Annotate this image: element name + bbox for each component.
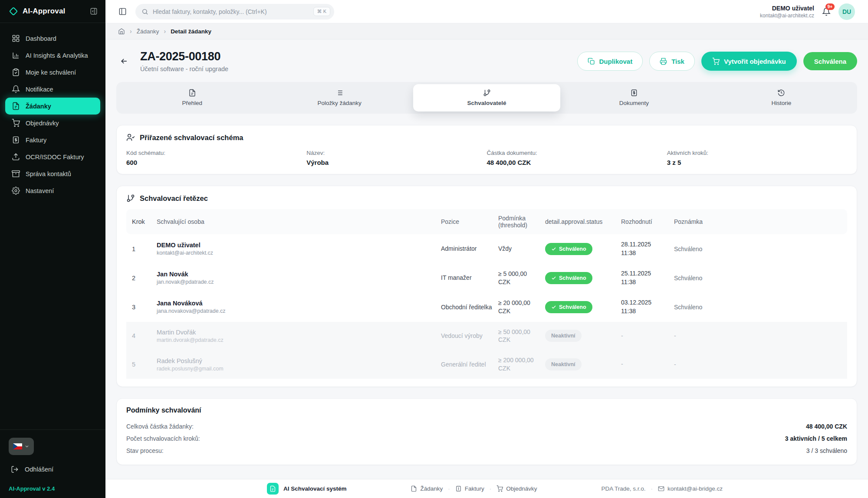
- footer-company: PDA Trade, s.r.o.: [601, 485, 645, 492]
- chevron-down-icon: [24, 444, 30, 449]
- arrow-left-icon: [120, 57, 128, 66]
- sidebar-item-moje-ke-schvaleni[interactable]: Moje ke schválení: [5, 64, 100, 81]
- tab-dokumenty[interactable]: Dokumenty: [560, 84, 707, 111]
- col-header: Poznámka: [674, 218, 847, 225]
- sidebar-item-sprava-kontaktu[interactable]: Správa kontaktů: [5, 165, 100, 182]
- schema-field: Název: Výroba: [306, 150, 487, 166]
- tab-schvalovatele[interactable]: Schvalovatelé: [413, 84, 560, 111]
- col-header: Podmínka (threshold): [498, 215, 545, 229]
- tab-historie[interactable]: Historie: [708, 84, 855, 111]
- approver-cell: Jan Novák jan.novak@pdatrade.cz: [157, 271, 441, 285]
- invoice-icon: [630, 89, 638, 97]
- status-cell: Neaktivní: [545, 330, 621, 342]
- approved-pill: Schváleno: [545, 243, 592, 255]
- dot-separator: ·: [490, 485, 492, 492]
- search-icon: [141, 8, 148, 15]
- footer-brand: AI Schvalovací systém: [267, 483, 347, 495]
- sidebar-collapse-icon[interactable]: [90, 7, 98, 15]
- sidebar-item-ai-insights[interactable]: AI Insights & Analytika: [5, 47, 100, 64]
- sidebar-item-nastaveni[interactable]: Nastavení: [5, 182, 100, 199]
- logout-icon: [11, 465, 19, 473]
- sidebar-header: AI-Approval: [0, 0, 105, 23]
- search-input[interactable]: [153, 8, 309, 15]
- footer-company-block: PDA Trade, s.r.o. · kontakt@ai-bridge.cz: [601, 485, 723, 492]
- sidebar-item-label: Objednávky: [26, 120, 59, 127]
- sidebar-item-label: Dashboard: [26, 35, 56, 42]
- avatar[interactable]: DU: [838, 3, 855, 20]
- status-cell: Schváleno: [545, 272, 621, 284]
- condition-label: Počet schvalovacích kroků:: [126, 435, 200, 442]
- approver-email: radek.poslusny@gmail.com: [157, 366, 441, 372]
- schema-card-title: Přiřazené schvalovací schéma: [126, 133, 847, 142]
- position-cell: Administrátor: [441, 245, 498, 253]
- check-icon: [551, 275, 556, 281]
- chain-title-text: Schvalovací řetězec: [140, 194, 208, 203]
- status-cell: Schváleno: [545, 301, 621, 313]
- decision-time: 11:38: [621, 307, 674, 316]
- col-header: Rozhodnutí: [621, 218, 674, 225]
- archive-icon: [12, 170, 20, 178]
- tab-label: Položky žádanky: [317, 100, 361, 106]
- sidebar-item-label: Faktury: [26, 137, 46, 144]
- footer-email-wrap[interactable]: kontakt@ai-bridge.cz: [658, 485, 723, 492]
- footer-link-label: Objednávky: [506, 485, 537, 492]
- condition-value: 3 aktivních / 5 celkem: [785, 435, 847, 442]
- history-icon: [777, 89, 785, 97]
- invoice-icon: [12, 136, 20, 144]
- tab-polozky-zadanky[interactable]: Položky žádanky: [266, 84, 413, 111]
- position-cell: Generální ředitel: [441, 360, 498, 369]
- file-text-icon: [12, 102, 20, 110]
- schema-card: Přiřazené schvalovací schéma Kód schémat…: [116, 125, 857, 174]
- col-header: Krok: [126, 218, 157, 225]
- main-area: ⌘ K DEMO uživatel kontakt@ai-architekt.c…: [105, 0, 868, 498]
- approver-name: Martin Dvořák: [157, 329, 441, 336]
- condition-row: Stav procesu: 3 / 3 schváleno: [126, 445, 847, 457]
- notifications-button[interactable]: 9+: [822, 7, 831, 16]
- decision-cell: 28.11.2025 11:38: [621, 240, 674, 257]
- decision-cell: 25.11.2025 11:38: [621, 269, 674, 286]
- footer-logo-icon: [267, 483, 279, 495]
- footer-link-label: Žádanky: [420, 485, 443, 492]
- sidebar-item-dashboard[interactable]: Dashboard: [5, 30, 100, 47]
- tab-prehled[interactable]: Přehled: [118, 84, 266, 111]
- condition-cell: Vždy: [498, 245, 545, 253]
- sidebar-footer: Odhlášení: [0, 429, 105, 478]
- sidebar-item-ocr-isdoc[interactable]: OCR/ISDOC Faktury: [5, 148, 100, 165]
- app-name: AI-Approval: [23, 7, 66, 16]
- home-icon[interactable]: [118, 28, 125, 35]
- footer-link-faktury[interactable]: Faktury: [455, 485, 484, 492]
- search-shortcut-badge: ⌘ K: [313, 7, 330, 16]
- field-value: Výroba: [306, 159, 487, 166]
- sidebar-item-faktury[interactable]: Faktury: [5, 131, 100, 148]
- sidebar-nav: Dashboard AI Insights & Analytika Moje k…: [0, 23, 105, 429]
- field-value: 48 400,00 CZK: [487, 159, 667, 166]
- logout-button[interactable]: Odhlášení: [11, 465, 97, 473]
- status-label: Schváleno: [559, 246, 586, 252]
- step-number: 5: [126, 361, 157, 368]
- chain-card-title: Schvalovací řetězec: [126, 194, 847, 203]
- sidebar-toggle-icon[interactable]: [118, 7, 127, 16]
- table-row: 1 DEMO uživatel kontakt@ai-architekt.cz …: [126, 234, 847, 263]
- clipboard-check-icon: [12, 68, 20, 76]
- inactive-pill: Neaktivní: [545, 358, 582, 370]
- breadcrumb-zadanky[interactable]: Žádanky: [137, 28, 159, 35]
- language-selector[interactable]: [9, 438, 34, 455]
- footer-link-zadanky[interactable]: Žádanky: [411, 485, 443, 492]
- create-order-button[interactable]: Vytvořit objednávku: [701, 52, 797, 71]
- sidebar-item-notifikace[interactable]: Notifikace: [5, 81, 100, 98]
- field-value: 3 z 5: [667, 159, 847, 166]
- approver-cell: Martin Dvořák martin.dvorak@pdatrade.cz: [157, 329, 441, 343]
- footer-link-objednavky[interactable]: Objednávky: [496, 485, 537, 492]
- invoice-icon: [455, 485, 462, 492]
- print-button[interactable]: Tisk: [649, 52, 695, 71]
- sidebar-item-zadanky[interactable]: Žádanky: [5, 98, 100, 115]
- schema-field: Částka dokumentu: 48 400,00 CZK: [487, 150, 667, 166]
- sidebar-item-label: Žádanky: [26, 103, 51, 110]
- sidebar-item-objednavky[interactable]: Objednávky: [5, 115, 100, 131]
- tab-label: Přehled: [182, 100, 202, 106]
- duplicate-button[interactable]: Duplikovat: [577, 52, 643, 71]
- sidebar-item-label: Notifikace: [26, 86, 53, 93]
- back-button[interactable]: [116, 53, 132, 69]
- cart-icon: [496, 485, 503, 492]
- table-row: 5 Radek Poslušný radek.poslusny@gmail.co…: [126, 350, 847, 379]
